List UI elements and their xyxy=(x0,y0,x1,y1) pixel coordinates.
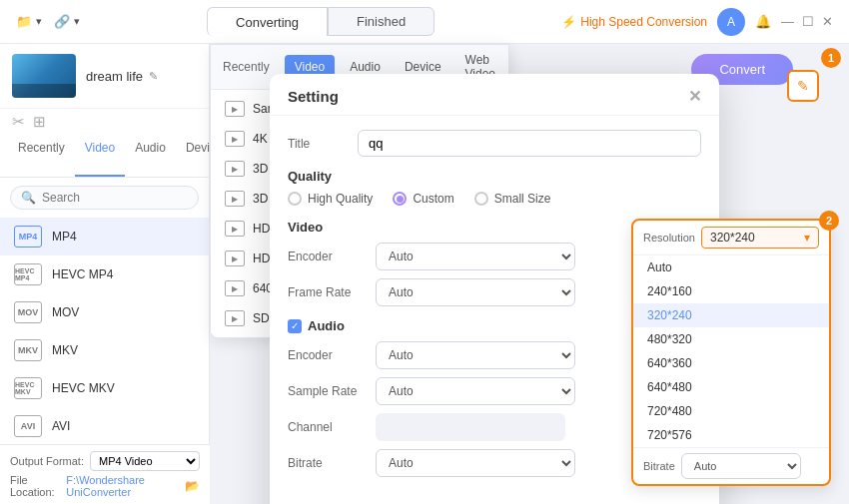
encoder-label: Encoder xyxy=(288,250,368,263)
avi-icon: AVI xyxy=(14,415,42,437)
dialog-header: Setting ✕ xyxy=(270,74,719,116)
tab-recently[interactable]: Recently xyxy=(8,135,75,177)
quality-options: High Quality Custom Small Size xyxy=(288,192,701,206)
top-bar-right: ⚡ High Speed Conversion A 🔔 — ☐ ✕ xyxy=(561,8,833,36)
format-item-avi[interactable]: AVI AVI xyxy=(0,407,209,445)
format-item-name-mov: MOV xyxy=(52,305,79,319)
crop-icon[interactable]: ⊞ xyxy=(33,113,46,131)
quality-small-label: Small Size xyxy=(494,192,551,206)
resolution-select-row: Resolution 320*240 ▾ xyxy=(633,221,829,255)
maximize-btn[interactable]: ☐ xyxy=(802,14,814,29)
right-area: Recently Video Audio Device Web Video ▶ … xyxy=(210,44,849,504)
avatar[interactable]: A xyxy=(717,8,745,36)
tab-audio[interactable]: Audio xyxy=(125,135,176,177)
mov-icon: MOV xyxy=(14,301,42,323)
video-card: dream life ✎ xyxy=(0,44,209,109)
left-panel: dream life ✎ ✂ ⊞ Recently Video Audio De… xyxy=(0,44,210,504)
search-input[interactable] xyxy=(42,191,188,205)
search-box: 🔍 xyxy=(10,186,199,210)
edit-format-btn[interactable]: ✎ xyxy=(787,70,819,102)
video-name: dream life xyxy=(86,69,143,84)
cut-icon[interactable]: ✂ xyxy=(12,113,25,131)
format-tabs: Recently Video Audio Device Web Video xyxy=(0,135,209,178)
audio-encoder-select[interactable]: Auto xyxy=(376,341,575,369)
resolution-selected[interactable]: 320*240 ▾ xyxy=(701,227,819,249)
top-bar: 📁 ▾ 🔗 ▾ Converting Finished ⚡ High Speed… xyxy=(0,0,849,44)
video-thumbnail xyxy=(12,54,76,98)
resolution-bitrate-select[interactable]: Auto xyxy=(681,453,801,479)
output-format-select[interactable]: MP4 Video xyxy=(90,451,200,471)
3d-red-icon: ▶ xyxy=(225,161,245,177)
quality-custom[interactable]: Custom xyxy=(393,192,453,206)
res-option-320[interactable]: 320*240 xyxy=(633,303,829,327)
res-option-480[interactable]: 480*320 xyxy=(633,327,829,351)
quality-high-radio xyxy=(288,192,302,206)
video-tools: ✂ ⊞ xyxy=(0,109,209,135)
resolution-dropdown: 2 Resolution 320*240 ▾ Auto 240*160 320*… xyxy=(631,219,831,486)
format-item-mov[interactable]: MOV MOV xyxy=(0,293,209,331)
res-option-240[interactable]: 240*160 xyxy=(633,279,829,303)
add-file-label: ▾ xyxy=(36,15,42,28)
file-location-label: File Location: xyxy=(10,474,60,498)
tab-converting[interactable]: Converting xyxy=(207,7,328,36)
encoder-select[interactable]: Auto xyxy=(376,243,575,270)
res-option-720-576[interactable]: 720*576 xyxy=(633,423,829,447)
sample-rate-label: Sample Rate xyxy=(288,384,368,398)
video-info: dream life ✎ xyxy=(86,69,197,84)
resolution-bitrate-label: Bitrate xyxy=(643,460,675,472)
audio-checkbox[interactable]: ✓ xyxy=(288,319,302,333)
quality-small[interactable]: Small Size xyxy=(474,192,551,206)
mkv-icon: MKV xyxy=(14,339,42,361)
bitrate-select[interactable]: Auto xyxy=(376,449,575,477)
dialog-close-btn[interactable]: ✕ xyxy=(688,89,701,105)
edit-name-icon[interactable]: ✎ xyxy=(149,70,158,83)
format-item-mkv[interactable]: MKV MKV xyxy=(0,331,209,369)
top-bar-left: 📁 ▾ 🔗 ▾ xyxy=(16,14,80,29)
title-field-row: Title xyxy=(288,130,701,157)
notification-icon[interactable]: 🔔 xyxy=(755,14,771,29)
file-location-row: File Location: F:\Wondershare UniConvert… xyxy=(10,474,200,498)
main-content: dream life ✎ ✂ ⊞ Recently Video Audio De… xyxy=(0,44,849,504)
add-file-icon: 📁 xyxy=(16,14,32,29)
res-option-640-480[interactable]: 640*480 xyxy=(633,375,829,399)
res-option-auto[interactable]: Auto xyxy=(633,255,829,279)
tab-video[interactable]: Video xyxy=(75,135,125,177)
framerate-select[interactable]: Auto xyxy=(376,278,575,306)
bitrate-label: Bitrate xyxy=(288,456,368,470)
channel-label: Channel xyxy=(288,420,368,434)
dialog-title: Setting xyxy=(288,88,339,105)
file-location-path: F:\Wondershare UniConverter xyxy=(66,474,179,498)
callout-badge-1: 1 xyxy=(821,48,841,68)
title-input[interactable] xyxy=(358,130,701,157)
edit-format-icon: ✎ xyxy=(797,78,809,94)
format-item-hevc-mkv[interactable]: HEVC MKV HEVC MKV xyxy=(0,369,209,407)
minimize-btn[interactable]: — xyxy=(781,14,794,29)
tab-finished[interactable]: Finished xyxy=(328,7,434,36)
format-item-mp4[interactable]: MP4 MP4 xyxy=(0,218,209,255)
high-speed-label: ⚡ High Speed Conversion xyxy=(561,15,707,29)
format-item-name-mp4: MP4 xyxy=(52,230,77,244)
audio-section-title: Audio xyxy=(308,318,345,333)
framerate-label: Frame Rate xyxy=(288,285,368,299)
quality-high[interactable]: High Quality xyxy=(288,192,373,206)
hd720-icon: ▶ xyxy=(225,251,245,266)
quality-custom-radio xyxy=(393,192,407,206)
add-url-btn[interactable]: 🔗 ▾ xyxy=(54,14,80,29)
sample-rate-select[interactable]: Auto xyxy=(376,377,575,405)
output-format-label: Output Format: xyxy=(10,455,84,467)
quality-custom-label: Custom xyxy=(413,192,453,206)
add-url-label: ▾ xyxy=(74,15,80,28)
resolution-selected-value: 320*240 xyxy=(710,231,755,245)
add-file-btn[interactable]: 📁 ▾ xyxy=(16,14,42,29)
res-option-640-360[interactable]: 640*360 xyxy=(633,351,829,375)
same-source-icon: ▶ xyxy=(225,101,245,117)
format-item-hevc-mp4[interactable]: HEVC MP4 HEVC MP4 xyxy=(0,255,209,293)
3d-left-icon: ▶ xyxy=(225,191,245,207)
channel-placeholder xyxy=(376,413,565,441)
folder-open-icon[interactable]: 📂 xyxy=(185,479,200,493)
resolution-label: Resolution xyxy=(643,232,695,244)
window-controls: — ☐ ✕ xyxy=(781,14,833,29)
close-btn[interactable]: ✕ xyxy=(822,14,833,29)
hevc-mkv-icon: HEVC MKV xyxy=(14,377,42,399)
res-option-720-480[interactable]: 720*480 xyxy=(633,399,829,423)
